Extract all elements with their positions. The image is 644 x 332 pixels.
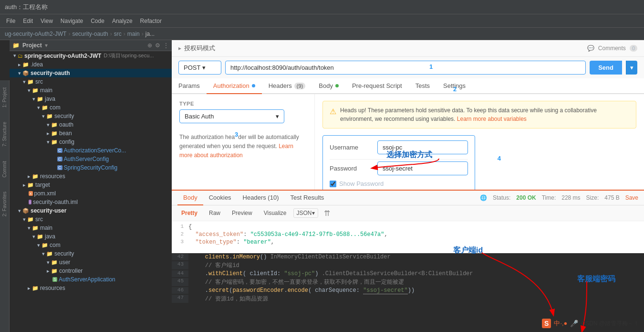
tree-idea[interactable]: ▸ 📁 .idea [10, 60, 172, 69]
menu-refactor[interactable]: Refactor [136, 16, 166, 26]
resp-visualize-btn[interactable]: Visualize [259, 208, 291, 218]
password-input[interactable] [377, 161, 468, 175]
tab-tests[interactable]: Tests [409, 78, 436, 94]
tree-oauth-folder[interactable]: ▾ 📁 oauth [10, 120, 172, 129]
tab-tests-label: Tests [415, 82, 430, 89]
learn-more-variables-link[interactable]: Learn more about variables [457, 116, 527, 122]
tree-spring-security-config[interactable]: C SpringSecurityConfig [10, 163, 172, 172]
response-body-panel: Pretty Raw Preview Visualize JSON ▾ ⇈ 1 … [172, 205, 644, 253]
project-search-icon[interactable]: ⊕ [147, 42, 152, 49]
menu-edit[interactable]: Edit [19, 16, 37, 26]
menu-analyze[interactable]: Analyze [108, 16, 136, 26]
url-input[interactable] [225, 61, 586, 75]
tree-authserver-java-icon: C [57, 157, 62, 161]
tree-idea-expand-icon: ▸ [18, 62, 21, 68]
tree-security2[interactable]: ▾ 📁 security [10, 249, 172, 258]
tree-src2[interactable]: ▾ 📁 src [10, 215, 172, 224]
resp-tab-headers[interactable]: Headers (10) [237, 191, 285, 205]
tree-com[interactable]: ▾ 📁 com [10, 103, 172, 112]
tab-headers[interactable]: Headers (9) [262, 78, 312, 94]
send-button[interactable]: Send [590, 61, 622, 75]
tree-security-oauth-module-icon: 📦 [22, 70, 29, 76]
tree-authorization-server-config[interactable]: C AuthorizationServerCo... [10, 146, 172, 155]
tab-body[interactable]: Body [312, 78, 345, 94]
resp-tab-cookies[interactable]: Cookies [203, 191, 237, 205]
send-dropdown-button[interactable]: ▾ [626, 61, 637, 75]
tree-root[interactable]: ▾ 🗂 spring-security-oAuth2-JWT D:\项目\spr… [10, 51, 172, 60]
comments-count: 0 [630, 45, 637, 52]
type-select[interactable]: Basic Auth ▾ [179, 109, 284, 123]
tree-security2-expand-icon: ▾ [42, 251, 45, 257]
tree-config[interactable]: ▾ 📁 config [10, 138, 172, 146]
breadcrumb-5[interactable]: ja... [145, 31, 155, 37]
side-label-commit[interactable]: Commit [2, 161, 7, 177]
resp-raw-btn[interactable]: Raw [204, 208, 225, 218]
tree-main[interactable]: ▾ 📁 main [10, 86, 172, 95]
tree-target[interactable]: ▸ 📁 target [10, 181, 172, 189]
tree-root-expand-icon: ▾ [13, 53, 16, 59]
method-select[interactable]: POST ▾ [178, 61, 221, 75]
tree-security-oauth-iml[interactable]: i security-oauth.iml [10, 198, 172, 206]
tree-src[interactable]: ▾ 📁 src [10, 77, 172, 86]
tree-bean[interactable]: ▸ 📁 bean [10, 129, 172, 138]
tree-user[interactable]: ▾ 📁 user [10, 258, 172, 267]
tree-security2-label: security [54, 250, 74, 257]
tree-resources2[interactable]: ▸ 📁 resources [10, 284, 172, 292]
side-label-favorites[interactable]: 2: Favorites [2, 192, 7, 216]
tree-com-expand-icon: ▾ [37, 105, 40, 111]
copy-response-icon[interactable]: ⇈ [324, 209, 330, 218]
tree-target-label: target [35, 182, 50, 188]
side-label-project[interactable]: 1: Project [2, 87, 7, 107]
save-response-button[interactable]: Save [625, 194, 638, 201]
breadcrumb-2[interactable]: security-oauth [72, 31, 108, 37]
password-label: Password [330, 165, 377, 172]
method-value: POST [184, 64, 200, 71]
type-value: Basic Auth [185, 113, 214, 120]
tree-java2[interactable]: ▾ 📁 java [10, 232, 172, 241]
editor-line-47: 47 // 资源id，如商品资源 [172, 294, 644, 303]
project-dropdown-icon[interactable]: ▾ [45, 42, 48, 49]
breadcrumb-3[interactable]: src [114, 31, 122, 37]
editor-line-42: 42 clients.inMemory() InMemoryClientDeta… [172, 253, 644, 261]
tree-java[interactable]: ▾ 📁 java [10, 95, 172, 103]
tree-security-oauth[interactable]: ▾ 📦 security-oauth [10, 69, 172, 77]
menu-navigate[interactable]: Navigate [57, 16, 87, 26]
breadcrumb-1[interactable]: ug-security-oAuth2-JWT [5, 31, 66, 37]
tab-authorization[interactable]: Authorization [207, 78, 262, 94]
menu-file[interactable]: File [2, 16, 19, 26]
project-settings-icon[interactable]: ⋮ [163, 42, 169, 49]
resp-pretty-btn[interactable]: Pretty [177, 208, 202, 218]
tree-src2-folder-icon: 📁 [27, 216, 34, 223]
resp-tab-body[interactable]: Body [177, 191, 203, 205]
tree-pom-xml[interactable]: x pom.xml [10, 189, 172, 198]
menu-bar: File Edit View Navigate Code Analyze Ref… [0, 14, 644, 28]
tree-com2[interactable]: ▾ 📁 com [10, 241, 172, 249]
breadcrumb-4[interactable]: main [127, 31, 140, 37]
tree-security[interactable]: ▾ 📁 security [10, 112, 172, 120]
format-select[interactable]: JSON ▾ [293, 208, 318, 218]
tab-prerequest[interactable]: Pre-request Script [345, 78, 409, 94]
tab-params[interactable]: Params [172, 78, 207, 94]
tree-security-user[interactable]: ▾ 📦 security-user [10, 206, 172, 215]
tree-controller[interactable]: ▸ 📁 controller [10, 267, 172, 275]
tree-java-folder-icon: 📁 [37, 96, 43, 102]
tab-headers-label: Headers [269, 82, 292, 89]
request-tabs: Params Authorization Headers (9) Body Pr… [172, 78, 644, 94]
tree-resources[interactable]: ▸ 📁 resources [10, 172, 172, 181]
project-gear-icon[interactable]: ⚙ [155, 42, 160, 49]
menu-view[interactable]: View [37, 16, 57, 26]
csdn-watermark: S 中·,● 🎤 CSDN @踏雪寻梅～！ [542, 319, 639, 328]
tree-main2[interactable]: ▾ 📁 main [10, 224, 172, 232]
editor-code-42: clients.inMemory() InMemoryClientDetails… [188, 254, 391, 260]
menu-code[interactable]: Code [87, 16, 108, 26]
side-icons-panel: 1: Project 7: Structure Commit 2: Favori… [0, 80, 10, 332]
tree-auth-server-config[interactable]: C AuthServerConfig [10, 155, 172, 163]
resp-preview-btn[interactable]: Preview [227, 208, 257, 218]
auth-mode-section: ▸ 授权码模式 [178, 44, 215, 53]
show-password-checkbox[interactable] [330, 181, 336, 187]
tree-auth-server-app[interactable]: S AuthServerApplication [10, 275, 172, 284]
tree-resources-expand-icon: ▸ [28, 173, 31, 180]
resp-tab-test-results[interactable]: Test Results [284, 191, 330, 205]
type-label: TYPE [179, 101, 307, 107]
side-label-structure[interactable]: 7: Structure [2, 122, 7, 147]
